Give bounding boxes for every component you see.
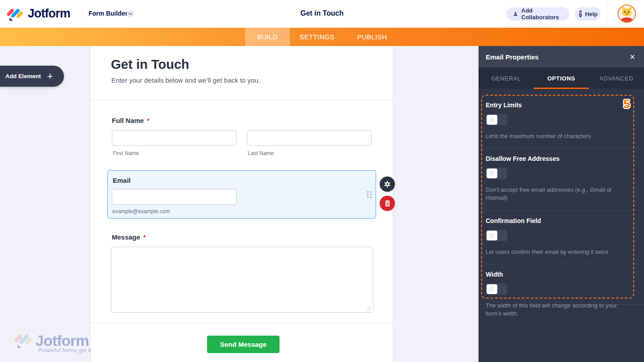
entry-limits-toggle[interactable] <box>486 114 507 126</box>
avatar-art <box>624 11 626 13</box>
option-row-confirmation-field: Confirmation Field Let users confirm the… <box>482 210 640 264</box>
form-builder-app: Jotform Form Builder Get in Touch Add Co… <box>0 0 644 362</box>
tab-options[interactable]: OPTIONS <box>534 67 589 89</box>
form-canvas: Get in Touch Enter your details below an… <box>91 46 393 362</box>
last-name-input[interactable] <box>247 130 372 146</box>
entry-limits-label: Entry Limits <box>486 101 636 109</box>
properties-panel-body: Entry Limits Limit the maximum number of… <box>479 89 644 362</box>
properties-panel-title: Email Properties <box>486 53 538 61</box>
email-field-selected[interactable]: Email example@example.com <box>107 170 376 219</box>
close-icon[interactable]: × <box>627 51 638 62</box>
message-label-text: Message <box>112 233 140 241</box>
add-collaborators-label: Add Collaborators <box>521 7 563 21</box>
user-avatar[interactable] <box>618 4 636 23</box>
send-message-button[interactable]: Send Message <box>207 336 280 353</box>
toggle-knob <box>487 231 497 240</box>
add-collaborators-button[interactable]: Add Collaborators <box>507 7 569 21</box>
properties-tab-bar: GENERAL OPTIONS ADVANCED <box>479 67 644 89</box>
first-name-sublabel: First Name <box>113 150 139 156</box>
form-title[interactable]: Get in Touch <box>111 57 189 72</box>
header-vertical-divider <box>606 0 607 28</box>
email-properties-panel: Email Properties × GENERAL OPTIONS ADVAN… <box>479 46 644 362</box>
disallow-free-toggle[interactable] <box>486 168 507 179</box>
page-title: Get in Touch <box>277 9 367 17</box>
avatar-art <box>622 8 631 16</box>
chevron-down-icon <box>128 13 132 15</box>
panel-section-divider <box>479 304 644 305</box>
top-header: Jotform Form Builder Get in Touch Add Co… <box>0 0 644 28</box>
tab-advanced[interactable]: ADVANCED <box>589 67 644 89</box>
options-list: Entry Limits Limit the maximum number of… <box>482 95 640 325</box>
required-asterisk: * <box>147 117 149 124</box>
toggle-knob <box>487 115 497 125</box>
disallow-free-description: Don't accept free email addresses (e.g.,… <box>486 186 633 202</box>
first-name-input[interactable] <box>112 130 237 146</box>
properties-panel-header: Email Properties × <box>479 46 644 67</box>
entry-limits-description: Limit the maximum number of characters <box>486 132 633 140</box>
option-row-disallow-free: Disallow Free Addresses Don't accept fre… <box>482 148 640 210</box>
tab-settings[interactable]: SETTINGS <box>290 28 344 46</box>
form-header-divider <box>91 100 393 100</box>
resize-grip-icon[interactable] <box>367 306 371 311</box>
tab-general[interactable]: GENERAL <box>479 67 534 89</box>
last-name-sublabel: Last Name <box>248 150 274 156</box>
email-sublabel: example@example.com <box>112 208 170 215</box>
drag-handle-icon[interactable] <box>367 191 373 200</box>
person-icon <box>513 11 518 17</box>
watermark-logo-icon <box>15 331 33 350</box>
full-name-label-text: Full Name <box>112 117 144 124</box>
avatar-art <box>628 11 629 13</box>
width-label: Width <box>486 271 636 278</box>
delete-field-button[interactable] <box>380 196 395 211</box>
tab-build[interactable]: BUILD <box>245 28 290 46</box>
jotform-wordmark: Jotform <box>28 7 70 21</box>
question-icon: ? <box>579 10 582 17</box>
message-textarea[interactable] <box>111 247 373 313</box>
avatar-art <box>621 17 633 23</box>
add-element-button[interactable]: Add Element + <box>0 66 64 87</box>
avatar-art <box>626 13 628 14</box>
field-properties-button[interactable] <box>380 177 395 192</box>
option-row-width: Width The width of this field will chang… <box>482 264 640 325</box>
gear-icon <box>383 180 391 188</box>
builder-nav-bar: BUILD SETTINGS PUBLISH <box>0 28 644 46</box>
email-input[interactable] <box>112 189 237 205</box>
header-separator <box>82 8 82 20</box>
form-footer-divider <box>91 323 393 323</box>
jotform-logo[interactable]: Jotform <box>7 5 70 21</box>
email-field-label[interactable]: Email <box>113 177 131 184</box>
form-subtitle[interactable]: Enter your details below and we’ll get b… <box>111 76 260 84</box>
tab-publish[interactable]: PUBLISH <box>344 28 400 46</box>
plus-icon: + <box>47 72 53 81</box>
required-asterisk: * <box>143 234 145 241</box>
confirmation-field-description: Let users confirm their email by enterin… <box>486 248 633 256</box>
toggle-knob <box>487 284 497 294</box>
product-name: Form Builder <box>89 10 127 17</box>
add-element-label: Add Element <box>5 73 41 80</box>
help-button[interactable]: ? Help <box>575 7 601 21</box>
jotform-logo-icon <box>7 5 23 21</box>
toggle-knob <box>487 168 497 178</box>
trash-icon <box>384 200 391 207</box>
option-row-entry-limits: Entry Limits Limit the maximum number of… <box>482 95 640 148</box>
message-field-label[interactable]: Message* <box>112 233 146 241</box>
full-name-field-label[interactable]: Full Name* <box>112 117 149 124</box>
disallow-free-label: Disallow Free Addresses <box>486 155 636 162</box>
confirmation-field-label: Confirmation Field <box>486 217 636 224</box>
confirmation-field-toggle[interactable] <box>486 230 507 241</box>
help-label: Help <box>585 11 597 17</box>
product-switcher-button[interactable] <box>127 10 134 17</box>
width-toggle[interactable] <box>486 283 507 295</box>
